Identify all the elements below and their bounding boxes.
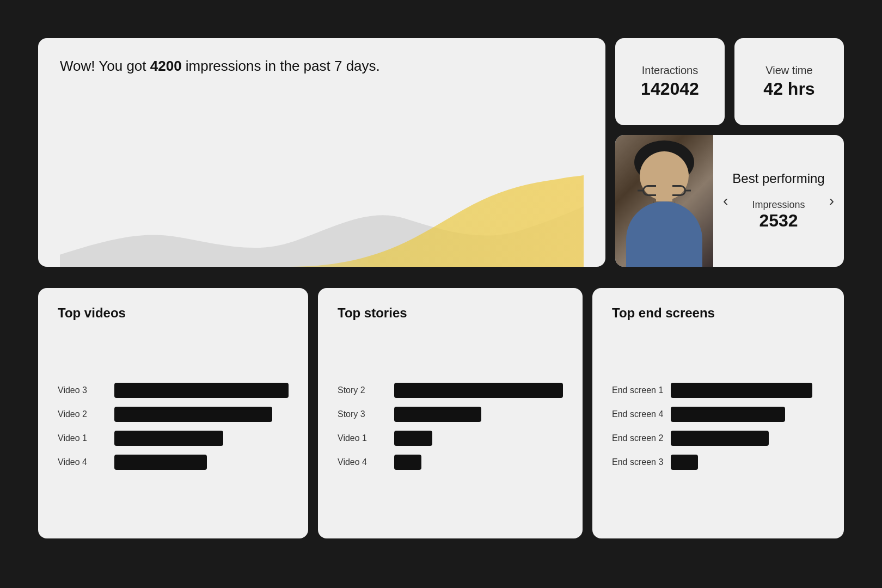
list-item-bar bbox=[671, 431, 769, 446]
list-item-bar bbox=[394, 383, 563, 398]
list-item-label: Video 3 bbox=[58, 385, 107, 395]
thumbnail-image bbox=[615, 135, 713, 267]
list-item-label: Video 4 bbox=[58, 457, 107, 467]
top-stories-card: Top stories Story 2Story 3Video 1Video 4 bbox=[318, 288, 583, 538]
list-item-label: End screen 1 bbox=[612, 385, 663, 395]
impressions-card: Wow! You got 4200 impressions in the pas… bbox=[38, 38, 605, 267]
list-item-bar bbox=[114, 455, 207, 470]
best-label: Best performing bbox=[732, 171, 824, 186]
interactions-card: Interactions 142042 bbox=[615, 38, 725, 125]
list-item-label: Video 1 bbox=[58, 433, 107, 443]
best-info: ‹ Best performing Impressions 2532 › bbox=[713, 135, 844, 267]
impressions-suffix: impressions in the past 7 days. bbox=[182, 58, 380, 74]
list-item-label: Video 4 bbox=[338, 457, 387, 467]
top-end-screens-card: Top end screens End screen 1End screen 4… bbox=[592, 288, 844, 538]
list-item-label: Story 2 bbox=[338, 385, 387, 395]
list-item-label: Story 3 bbox=[338, 409, 387, 419]
prev-button[interactable]: ‹ bbox=[719, 188, 732, 214]
top-videos-card: Top videos Video 3Video 2Video 1Video 4 bbox=[38, 288, 308, 538]
list-item-label: End screen 2 bbox=[612, 433, 663, 443]
list-item: Video 1 bbox=[338, 431, 563, 446]
interactions-value: 142042 bbox=[641, 79, 699, 99]
list-item: Video 3 bbox=[58, 383, 289, 398]
list-item-bar bbox=[394, 431, 432, 446]
top-row: Wow! You got 4200 impressions in the pas… bbox=[38, 38, 844, 267]
right-top-column: Interactions 142042 View time 42 hrs bbox=[615, 38, 844, 267]
viewtime-label: View time bbox=[765, 64, 812, 77]
list-item-label: End screen 3 bbox=[612, 457, 663, 467]
next-button[interactable]: › bbox=[825, 188, 838, 214]
list-item: Video 4 bbox=[58, 455, 289, 470]
viewtime-card: View time 42 hrs bbox=[734, 38, 844, 125]
impressions-headline: Wow! You got 4200 impressions in the pas… bbox=[60, 58, 584, 75]
list-item: End screen 4 bbox=[612, 407, 824, 422]
list-item-bar bbox=[114, 407, 272, 422]
list-item-bar bbox=[114, 431, 223, 446]
list-item-label: End screen 4 bbox=[612, 409, 663, 419]
dashboard: Wow! You got 4200 impressions in the pas… bbox=[38, 38, 844, 550]
best-impressions-label: Impressions bbox=[752, 199, 805, 211]
top-end-screens-list: End screen 1End screen 4End screen 2End … bbox=[612, 332, 824, 521]
list-item: Video 4 bbox=[338, 455, 563, 470]
viewtime-value: 42 hrs bbox=[763, 79, 814, 99]
bottom-row: Top videos Video 3Video 2Video 1Video 4 … bbox=[38, 288, 844, 538]
list-item-bar bbox=[394, 407, 481, 422]
top-end-screens-title: Top end screens bbox=[612, 305, 824, 321]
impressions-number: 4200 bbox=[150, 58, 182, 74]
list-item: Video 2 bbox=[58, 407, 289, 422]
list-item: End screen 1 bbox=[612, 383, 824, 398]
stats-row: Interactions 142042 View time 42 hrs bbox=[615, 38, 844, 125]
interactions-label: Interactions bbox=[642, 64, 698, 77]
list-item: End screen 3 bbox=[612, 455, 824, 470]
list-item-bar bbox=[671, 383, 812, 398]
list-item-label: Video 2 bbox=[58, 409, 107, 419]
list-item: Story 3 bbox=[338, 407, 563, 422]
list-item-bar bbox=[394, 455, 421, 470]
list-item-bar bbox=[114, 383, 289, 398]
list-item: End screen 2 bbox=[612, 431, 824, 446]
best-thumbnail bbox=[615, 135, 713, 267]
best-impressions-value: 2532 bbox=[759, 211, 798, 231]
person-body bbox=[626, 201, 702, 267]
list-item-bar bbox=[671, 407, 785, 422]
top-stories-title: Top stories bbox=[338, 305, 563, 321]
list-item-label: Video 1 bbox=[338, 433, 387, 443]
list-item-bar bbox=[671, 455, 698, 470]
impressions-chart bbox=[60, 85, 584, 267]
top-stories-list: Story 2Story 3Video 1Video 4 bbox=[338, 332, 563, 521]
person-neck bbox=[656, 185, 672, 201]
top-videos-title: Top videos bbox=[58, 305, 289, 321]
list-item: Story 2 bbox=[338, 383, 563, 398]
top-videos-list: Video 3Video 2Video 1Video 4 bbox=[58, 332, 289, 521]
list-item: Video 1 bbox=[58, 431, 289, 446]
best-performing-card: ‹ Best performing Impressions 2532 › bbox=[615, 135, 844, 267]
